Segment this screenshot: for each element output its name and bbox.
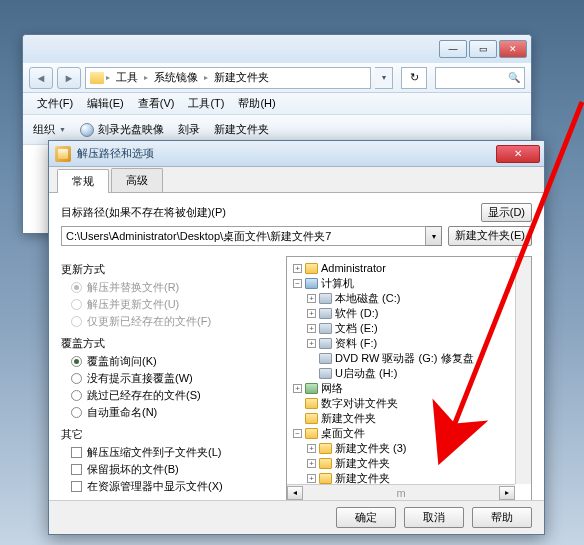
dialog-title: 解压路径和选项 [77,146,496,161]
radio-extract-replace[interactable]: 解压并替换文件(R) [61,279,276,296]
archive-icon [55,146,71,162]
burn-image-button[interactable]: 刻录光盘映像 [80,122,164,137]
ok-button[interactable]: 确定 [336,507,396,528]
hscroll-right[interactable]: ▸ [499,486,515,500]
refresh-button[interactable]: ↻ [401,67,427,89]
radio-auto-rename[interactable]: 自动重命名(N) [61,404,276,421]
path-dropdown[interactable]: ▾ [426,226,442,246]
menu-tools[interactable]: 工具(T) [182,94,230,113]
path-label: 目标路径(如果不存在将被创建)(P) [61,205,226,220]
check-show-explorer[interactable]: 在资源管理器中显示文件(X) [61,478,276,495]
path-input[interactable]: C:\Users\Administrator\Desktop\桌面文件\新建文件… [61,226,426,246]
new-folder-button[interactable]: 新建文件夹 [214,122,269,137]
maximize-button[interactable]: ▭ [469,40,497,58]
back-button[interactable]: ◄ [29,67,53,89]
minimize-button[interactable]: — [439,40,467,58]
breadcrumb[interactable]: ▸ 工具 ▸ 系统镜像 ▸ 新建文件夹 [85,67,371,89]
tree-hscrollbar[interactable]: ◂ m ▸ [287,484,515,500]
menu-view[interactable]: 查看(V) [132,94,181,113]
search-input[interactable]: 🔍 [435,67,525,89]
close-button[interactable]: ✕ [499,40,527,58]
tab-strip: 常规 高级 [49,167,544,193]
dialog-footer: 确定 取消 帮助 [49,500,544,534]
explorer-menubar: 文件(F) 编辑(E) 查看(V) 工具(T) 帮助(H) [23,93,531,115]
menu-help[interactable]: 帮助(H) [232,94,281,113]
breadcrumb-item[interactable]: 系统镜像 [150,70,202,85]
dialog-titlebar[interactable]: 解压路径和选项 ✕ [49,141,544,167]
search-icon: 🔍 [508,72,520,84]
tab-general[interactable]: 常规 [57,169,109,193]
extract-dialog: 解压路径和选项 ✕ 常规 高级 目标路径(如果不存在将被创建)(P) 显示(D)… [48,140,545,535]
disc-icon [80,123,94,137]
radio-skip-existing[interactable]: 跳过已经存在的文件(S) [61,387,276,404]
tab-advanced[interactable]: 高级 [111,168,163,192]
breadcrumb-item[interactable]: 工具 [112,70,142,85]
hscroll-left[interactable]: ◂ [287,486,303,500]
explorer-navbar: ◄ ► ▸ 工具 ▸ 系统镜像 ▸ 新建文件夹 ▾ ↻ 🔍 [23,63,531,93]
radio-overwrite-noask[interactable]: 没有提示直接覆盖(W) [61,370,276,387]
folder-icon [90,72,104,84]
radio-ask-overwrite[interactable]: 覆盖前询问(K) [61,353,276,370]
display-button[interactable]: 显示(D) [481,203,532,222]
radio-extract-update[interactable]: 解压并更新文件(U) [61,296,276,313]
group-other-label: 其它 [61,427,276,442]
cancel-button[interactable]: 取消 [404,507,464,528]
burn-button[interactable]: 刻录 [178,122,200,137]
breadcrumb-dropdown[interactable]: ▾ [375,67,393,89]
tree-vscrollbar[interactable] [515,257,531,484]
dialog-close-button[interactable]: ✕ [496,145,540,163]
organize-button[interactable]: 组织▼ [33,122,66,137]
check-subfolder[interactable]: 解压压缩文件到子文件夹(L) [61,444,276,461]
check-keep-broken[interactable]: 保留损坏的文件(B) [61,461,276,478]
explorer-titlebar: — ▭ ✕ [23,35,531,63]
menu-edit[interactable]: 编辑(E) [81,94,130,113]
newfolder-button[interactable]: 新建文件夹(E) [448,226,532,246]
radio-update-existing[interactable]: 仅更新已经存在的文件(F) [61,313,276,330]
forward-button[interactable]: ► [57,67,81,89]
group-update-label: 更新方式 [61,262,276,277]
group-overwrite-label: 覆盖方式 [61,336,276,351]
help-button[interactable]: 帮助 [472,507,532,528]
menu-file[interactable]: 文件(F) [31,94,79,113]
folder-tree[interactable]: +Administrator −计算机 +本地磁盘 (C:) +软件 (D:) … [286,256,532,501]
breadcrumb-item[interactable]: 新建文件夹 [210,70,273,85]
